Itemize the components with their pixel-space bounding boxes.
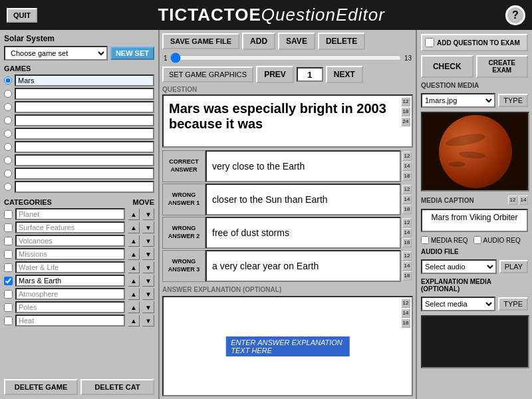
- cat-move-down-7[interactable]: ▼: [142, 301, 154, 313]
- expl-size-18[interactable]: 18: [401, 319, 410, 328]
- wrong-answer-2-input[interactable]: [205, 217, 401, 249]
- cat-input-1[interactable]: [15, 221, 125, 233]
- audio-req-checkbox[interactable]: [473, 236, 481, 244]
- cat-input-4[interactable]: [15, 261, 125, 273]
- cat-input-8[interactable]: [15, 315, 125, 327]
- explanation-type-button[interactable]: TYPE: [498, 297, 528, 311]
- game-input-8[interactable]: [15, 181, 154, 193]
- game-radio-2[interactable]: [4, 103, 12, 111]
- caption-size-12[interactable]: 12: [508, 196, 517, 205]
- media-caption-box[interactable]: Mars from Viking Orbiter: [421, 209, 528, 232]
- game-input-5[interactable]: [15, 141, 154, 153]
- cat-input-0[interactable]: [15, 208, 125, 220]
- game-input-1[interactable]: [15, 88, 154, 100]
- correct-size-18[interactable]: 18: [402, 172, 412, 181]
- help-button[interactable]: ?: [505, 5, 525, 25]
- cat-move-up-0[interactable]: ▲: [128, 208, 140, 220]
- media-file-select[interactable]: 1mars.jpg: [421, 93, 495, 108]
- cat-move-up-6[interactable]: ▲: [128, 288, 140, 300]
- cat-move-up-1[interactable]: ▲: [128, 221, 140, 233]
- cat-checkbox-8[interactable]: [4, 317, 13, 325]
- cat-checkbox-4[interactable]: [4, 263, 13, 272]
- correct-answer-input[interactable]: [205, 150, 401, 182]
- question-size-18[interactable]: 18: [401, 107, 410, 116]
- set-graphics-button[interactable]: SET GAME GRAPHICS: [162, 66, 253, 82]
- game-radio-3[interactable]: [4, 116, 12, 124]
- correct-size-14[interactable]: 14: [402, 162, 412, 171]
- cat-input-3[interactable]: [15, 248, 125, 260]
- question-size-24[interactable]: 24: [401, 117, 410, 126]
- cat-move-up-2[interactable]: ▲: [128, 235, 140, 247]
- wrong1-size-14[interactable]: 14: [402, 195, 412, 204]
- cat-input-6[interactable]: [15, 288, 125, 300]
- check-button[interactable]: CHECK: [421, 55, 473, 78]
- cat-input-5[interactable]: [15, 275, 125, 287]
- cat-move-down-3[interactable]: ▼: [142, 248, 154, 260]
- game-radio-4[interactable]: [4, 130, 12, 138]
- game-input-4[interactable]: [15, 128, 154, 140]
- save-game-button[interactable]: SAVE GAME FILE: [162, 33, 239, 49]
- question-text[interactable]: Mars was especially bright in 2003 becau…: [169, 101, 386, 131]
- explanation-media-select[interactable]: Select media: [421, 297, 495, 311]
- prev-button[interactable]: PREV: [256, 66, 294, 83]
- question-size-12[interactable]: 12: [401, 97, 410, 106]
- cat-move-down-6[interactable]: ▼: [142, 288, 154, 300]
- wrong2-size-14[interactable]: 14: [402, 228, 412, 237]
- delete-game-button[interactable]: DELETE GAME: [4, 379, 78, 395]
- delete-button[interactable]: DELETE: [318, 33, 365, 50]
- cat-checkbox-1[interactable]: [4, 223, 13, 232]
- media-type-button[interactable]: TYPE: [498, 94, 528, 107]
- explanation-box[interactable]: 12 14 18 ENTER ANSWER EXPLANATION TEXT H…: [162, 296, 413, 396]
- cat-move-down-4[interactable]: ▼: [142, 261, 154, 273]
- cat-move-up-4[interactable]: ▲: [128, 261, 140, 273]
- wrong1-size-18[interactable]: 18: [402, 205, 412, 214]
- expl-size-14[interactable]: 14: [401, 309, 410, 318]
- cat-input-7[interactable]: [15, 301, 125, 313]
- cat-move-down-0[interactable]: ▼: [142, 208, 154, 220]
- wrong2-size-12[interactable]: 12: [402, 218, 412, 227]
- audio-select[interactable]: Select audio: [421, 259, 497, 274]
- game-radio-0[interactable]: [4, 76, 12, 84]
- cat-checkbox-7[interactable]: [4, 303, 13, 312]
- cat-checkbox-5[interactable]: [4, 277, 13, 285]
- game-set-select[interactable]: Choose game set: [4, 46, 108, 61]
- play-button[interactable]: PLAY: [499, 260, 528, 273]
- wrong2-size-18[interactable]: 18: [402, 238, 412, 247]
- wrong3-size-14[interactable]: 14: [402, 261, 412, 271]
- game-radio-1[interactable]: [4, 90, 12, 98]
- delete-cat-button[interactable]: DELETE CAT: [80, 379, 154, 395]
- wrong-answer-1-input[interactable]: [205, 184, 401, 215]
- cat-move-down-2[interactable]: ▼: [142, 235, 154, 247]
- game-input-7[interactable]: [15, 168, 154, 180]
- game-radio-7[interactable]: [4, 170, 12, 178]
- cat-move-up-3[interactable]: ▲: [128, 248, 140, 260]
- wrong-answer-3-input[interactable]: [205, 250, 401, 282]
- game-radio-6[interactable]: [4, 156, 12, 164]
- question-slider[interactable]: [170, 53, 402, 63]
- wrong3-size-12[interactable]: 12: [402, 251, 412, 261]
- media-req-checkbox[interactable]: [421, 236, 429, 244]
- next-button[interactable]: NEXT: [326, 66, 363, 83]
- wrong3-size-18[interactable]: 18: [402, 271, 412, 281]
- wrong1-size-12[interactable]: 12: [402, 185, 412, 194]
- cat-move-down-1[interactable]: ▼: [142, 221, 154, 233]
- correct-size-12[interactable]: 12: [402, 152, 412, 161]
- expl-size-12[interactable]: 12: [401, 299, 410, 308]
- cat-checkbox-3[interactable]: [4, 250, 13, 259]
- caption-size-14[interactable]: 14: [519, 196, 528, 205]
- game-radio-5[interactable]: [4, 143, 12, 151]
- cat-move-up-7[interactable]: ▲: [128, 301, 140, 313]
- cat-checkbox-2[interactable]: [4, 237, 13, 245]
- add-button[interactable]: ADD: [242, 33, 275, 50]
- game-input-3[interactable]: [15, 114, 154, 126]
- game-input-2[interactable]: [15, 101, 154, 113]
- game-radio-8[interactable]: [4, 183, 12, 191]
- cat-checkbox-6[interactable]: [4, 290, 13, 299]
- add-to-exam-checkbox[interactable]: [425, 38, 434, 47]
- quit-button[interactable]: QUIT: [7, 8, 37, 23]
- game-input-0[interactable]: [15, 74, 154, 86]
- cat-move-up-8[interactable]: ▲: [128, 315, 140, 327]
- cat-move-up-5[interactable]: ▲: [128, 275, 140, 287]
- game-input-6[interactable]: [15, 154, 154, 166]
- cat-input-2[interactable]: [15, 235, 125, 247]
